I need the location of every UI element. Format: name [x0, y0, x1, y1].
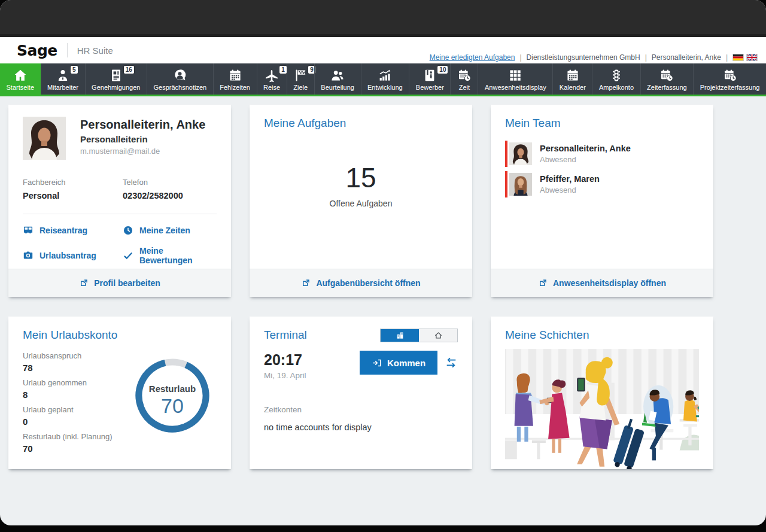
- profile-card-footer: Profil bearbeiten: [8, 269, 231, 297]
- open-tasks-overview-button[interactable]: Aufgabenübersicht öffnen: [301, 278, 420, 288]
- edit-profile-button[interactable]: Profil bearbeiten: [79, 278, 160, 288]
- donut-center-value: 70: [161, 394, 184, 417]
- nav-item-ziele[interactable]: 9Ziele: [287, 63, 314, 95]
- nav-item-bewerber[interactable]: 10Bewerber: [409, 63, 450, 95]
- calendar-icon: [228, 68, 242, 83]
- plane-icon: 1: [265, 68, 279, 83]
- company-name: Dienstleistungsunternehmen GmbH: [527, 53, 640, 62]
- product-name: HR Suite: [77, 45, 113, 56]
- tasks-card-footer: Aufgabenübersicht öffnen: [250, 269, 472, 297]
- nav-item-kalender[interactable]: Kalender: [552, 63, 592, 95]
- team-member-row[interactable]: Pfeiffer, Maren Abwesend: [505, 171, 699, 197]
- presence-indicator-absent: [505, 171, 507, 197]
- separator: |: [645, 53, 647, 62]
- current-user[interactable]: Personalleiterin, Anke: [652, 53, 721, 62]
- nav-item-mitarbeiter[interactable]: 5Mitarbeiter: [41, 63, 85, 95]
- location-toggle[interactable]: [380, 329, 458, 342]
- person-icon: 5: [56, 68, 70, 83]
- app-header: Sage HR Suite Meine erledigten Aufgaben …: [0, 37, 766, 63]
- reiseantrag-link[interactable]: Reiseantrag: [23, 225, 123, 236]
- dashboard-content: Personalleiterin, Anke Personalleiterin …: [0, 96, 766, 525]
- nav-item-gespraechsnotizen[interactable]: Gesprächsnotizen: [147, 63, 213, 95]
- donut-center-label: Resturlaub: [149, 384, 196, 394]
- presence-status: Abwesend: [540, 186, 600, 194]
- done-tasks-link[interactable]: Meine erledigten Aufgaben: [430, 53, 515, 62]
- nav-badge: 5: [71, 66, 78, 74]
- camera-icon: [23, 250, 34, 261]
- german-flag-icon[interactable]: [732, 54, 744, 61]
- calendar-clock-icon: [659, 68, 674, 83]
- terminal-card: Terminal 20:17 Mi, 19. April Kommen: [250, 317, 472, 469]
- meine-bewertungen-link[interactable]: Meine Bewertungen: [123, 246, 217, 265]
- nav-item-genehmigungen[interactable]: 16Genehmigungen: [85, 63, 147, 95]
- urlaubsantrag-link[interactable]: Urlaubsantrag: [23, 246, 123, 265]
- terminal-date: Mi, 19. April: [264, 371, 307, 380]
- avatar: [23, 117, 66, 160]
- team-member-row[interactable]: Personalleiterin, Anke Abwesend: [505, 141, 699, 167]
- terminal-time: 20:17: [264, 351, 307, 369]
- nav-badge: 16: [124, 66, 134, 74]
- calendar-clock-icon: [457, 68, 472, 83]
- calendar-clock-icon: [723, 68, 737, 83]
- nav-item-entwicklung[interactable]: Entwicklung: [361, 63, 409, 95]
- toggle-homeoffice-segment[interactable]: [419, 329, 457, 342]
- toggle-office-segment[interactable]: [381, 329, 419, 342]
- bus-icon: [23, 225, 34, 236]
- traffic-light-icon: [609, 68, 624, 83]
- profile-role: Personalleiterin: [80, 134, 205, 144]
- document-icon: 16: [109, 68, 123, 83]
- card-title: Meine Schichten: [505, 329, 699, 342]
- nav-item-beurteilung[interactable]: Beurteilung: [314, 63, 361, 95]
- card-title: Meine Aufgaben: [264, 117, 458, 130]
- shifts-illustration: [505, 346, 699, 469]
- nav-item-startseite[interactable]: Startseite: [0, 63, 41, 95]
- nav-item-projektzeiterfassung[interactable]: Projektzeiterfassung: [693, 63, 766, 95]
- divider: [23, 214, 217, 214]
- time-accounts-label: Zeitkonten: [264, 405, 458, 414]
- card-title: Terminal: [264, 329, 307, 342]
- shifts-card: Meine Schichten: [491, 317, 713, 469]
- presence-status: Abwesend: [540, 155, 631, 164]
- home-icon: [434, 331, 443, 340]
- profile-card: Personalleiterin, Anke Personalleiterin …: [8, 105, 231, 297]
- field-fachbereich: Fachbereich Personal: [23, 178, 123, 200]
- field-telefon: Telefon 02302/2582000: [123, 178, 217, 200]
- separator: |: [519, 53, 521, 62]
- check-icon: [123, 250, 133, 261]
- header-links: Meine erledigten Aufgaben | Dienstleistu…: [430, 53, 758, 62]
- avatar: [509, 141, 532, 167]
- team-card-footer: Anwesenheitsdisplay öffnen: [491, 269, 713, 297]
- check-in-button[interactable]: Kommen: [360, 351, 437, 375]
- swap-icon[interactable]: [445, 356, 458, 369]
- uk-flag-icon[interactable]: [746, 54, 758, 61]
- calendar-icon: [566, 68, 580, 83]
- open-tasks-count: 15: [250, 162, 472, 194]
- nav-item-zeiterfassung[interactable]: Zeiterfassung: [640, 63, 694, 95]
- card-title: Mein Team: [505, 117, 699, 130]
- main-navigation: Startseite 5Mitarbeiter 16Genehmigungen …: [0, 63, 766, 95]
- building-icon: [396, 331, 405, 340]
- login-icon: [372, 358, 382, 368]
- sage-logo: Sage: [17, 42, 57, 59]
- nav-badge: 1: [279, 66, 287, 74]
- logo-divider: [67, 43, 68, 57]
- vacation-row: Urlaub geplant0: [23, 405, 133, 427]
- nav-item-fehlzeiten[interactable]: Fehlzeiten: [213, 63, 257, 95]
- home-icon: [13, 68, 28, 83]
- card-title: Mein Urlaubskonto: [23, 329, 133, 342]
- grid-icon: [508, 68, 522, 83]
- nav-badge: 10: [437, 66, 448, 74]
- meine-zeiten-link[interactable]: Meine Zeiten: [123, 225, 217, 236]
- open-presence-display-button[interactable]: Anwesenheitsdisplay öffnen: [538, 278, 666, 288]
- external-link-icon: [538, 278, 548, 288]
- nav-item-reise[interactable]: 1Reise: [257, 63, 287, 95]
- nav-item-ampelkonto[interactable]: Ampelkonto: [592, 63, 640, 95]
- people-icon: [330, 68, 345, 83]
- nav-item-zeit[interactable]: Zeit: [450, 63, 478, 95]
- open-tasks-label: Offene Aufgaben: [250, 199, 472, 208]
- time-accounts-empty-message: no time accounts for display: [264, 422, 458, 432]
- profile-name: Personalleiterin, Anke: [80, 118, 205, 132]
- browser-top-bar: [0, 0, 766, 37]
- chat-person-icon: [173, 68, 187, 83]
- nav-item-anwesenheitsdisplay[interactable]: Anwesenheitsdisplay: [478, 63, 552, 95]
